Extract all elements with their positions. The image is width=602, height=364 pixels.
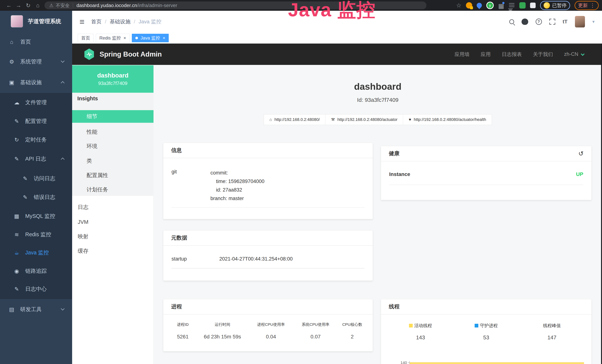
- log-icon: ✎: [22, 175, 29, 182]
- user-menu-caret-icon[interactable]: ▾: [592, 19, 595, 24]
- instance-header[interactable]: dashboard 93a3fc7f7409: [72, 65, 153, 93]
- breadcrumb-infra[interactable]: 基础设施: [110, 18, 130, 25]
- collapse-sidebar-icon[interactable]: ≡: [80, 17, 85, 27]
- sba-brand-title[interactable]: Spring Boot Admin: [100, 50, 162, 58]
- green-extension-icon[interactable]: [519, 2, 526, 9]
- tab-redis-monitor[interactable]: Redis 监控 ×: [96, 34, 129, 42]
- sidebar-item-redis[interactable]: ≋ Redis 监控: [0, 229, 72, 240]
- breadcrumb-home[interactable]: 首页: [91, 18, 102, 25]
- sba-nav-wallboard[interactable]: 应用墙: [454, 51, 469, 58]
- sidebar-item-label: 研发工具: [20, 306, 42, 313]
- y-extension-icon[interactable]: y: [486, 2, 494, 9]
- sidebar-item-trace[interactable]: ◉ 链路追踪: [0, 266, 72, 276]
- update-button[interactable]: 更新 ⋮: [575, 1, 599, 10]
- process-cpu: 0.04: [248, 327, 294, 340]
- history-icon[interactable]: ↺: [579, 150, 584, 157]
- instance-menu-details[interactable]: 细节: [72, 110, 153, 123]
- daemon-threads-value: 53: [453, 329, 519, 341]
- avatar[interactable]: [575, 16, 585, 27]
- sba-nav-language[interactable]: zh-CN: [564, 51, 583, 57]
- bookmark-star-icon[interactable]: ☆: [456, 2, 462, 9]
- monitor-icon: ▣: [8, 79, 15, 86]
- extension-icon[interactable]: [466, 2, 472, 9]
- git-time-line: time: 1596289704000: [210, 177, 264, 186]
- sidebar-item-infra[interactable]: ▣ 基础设施: [0, 77, 72, 88]
- font-size-icon[interactable]: tT: [563, 19, 568, 25]
- actuator-url-button[interactable]: ⚒ http://192.168.0.2:48080/actuator: [326, 114, 403, 125]
- tab-home[interactable]: 首页: [78, 34, 94, 42]
- live-threads-value: 143: [388, 329, 453, 341]
- address-divider: [73, 3, 73, 8]
- instance-name: dashboard: [97, 72, 129, 79]
- chevron-down-icon: [581, 52, 585, 56]
- close-icon[interactable]: ×: [123, 35, 126, 41]
- forward-icon[interactable]: →: [14, 2, 23, 9]
- help-icon[interactable]: ?: [536, 19, 542, 25]
- back-icon[interactable]: ←: [4, 2, 14, 9]
- search-icon[interactable]: [509, 19, 514, 24]
- grid-extension-icon[interactable]: ▦: [498, 2, 504, 9]
- sidebar-item-api-log[interactable]: ✎ API 日志: [0, 154, 72, 164]
- instance-menu-caches[interactable]: 缓存: [72, 245, 153, 257]
- instance-menu-metrics[interactable]: 性能: [72, 126, 153, 138]
- instance-menu-scheduled-tasks[interactable]: 计划任务: [72, 183, 153, 196]
- sidebar-item-label: 文件管理: [25, 99, 47, 106]
- instance-id: 93a3fc7f7409: [98, 80, 128, 86]
- service-url-button[interactable]: ⌂ http://192.168.0.2:48080/: [264, 114, 326, 125]
- url-path[interactable]: /infra/admin-server: [137, 3, 177, 8]
- paused-badge[interactable]: 已暂停: [540, 1, 570, 10]
- sidebar-item-access-log[interactable]: ✎ 访问日志: [0, 173, 72, 184]
- breadcrumb-separator: /: [134, 19, 135, 25]
- legend-label: 守护进程: [480, 323, 498, 329]
- app-brand[interactable]: 芋道管理系统: [11, 15, 61, 27]
- sidebar-item-java[interactable]: ☕ Java 监控: [0, 247, 72, 258]
- sidebar-item-dev-tools[interactable]: ▤ 研发工具: [0, 304, 72, 315]
- instance-menu-config-props[interactable]: 配置属性: [72, 169, 153, 182]
- sidebar-item-error-log[interactable]: ✎ 错误日志: [0, 192, 72, 203]
- not-secure-label[interactable]: 不安全: [56, 2, 70, 9]
- instance-menu-jvm[interactable]: JVM: [72, 216, 153, 228]
- browser-menu-icon[interactable]: ⋮: [590, 2, 595, 9]
- fullscreen-icon[interactable]: [549, 19, 555, 25]
- github-icon[interactable]: [522, 19, 528, 25]
- java-icon: ☕: [13, 250, 20, 256]
- process-pid: 5261: [169, 327, 197, 340]
- sidebar-item-job[interactable]: ↻ 定时任务: [0, 135, 72, 145]
- close-icon[interactable]: ×: [163, 35, 165, 41]
- tab-java-monitor[interactable]: Java 监控 ×: [132, 34, 169, 42]
- y-tick-140: 140: [394, 361, 407, 364]
- sidebar-item-file[interactable]: ☁ 文件管理: [0, 97, 72, 108]
- reload-icon[interactable]: ↻: [23, 2, 33, 9]
- threads-legend: 活动线程 守护进程 线程峰值 143 53 147: [388, 323, 585, 341]
- app-logo: [11, 15, 23, 27]
- sidebar-item-config[interactable]: ✎ 配置管理: [0, 116, 72, 127]
- instance-health-row[interactable]: Instance UP: [389, 171, 583, 185]
- sidebar-item-home[interactable]: ⌂ 首页: [0, 37, 72, 47]
- git-branch-line: branch: master: [210, 194, 264, 203]
- health-card-header: 健康 ↺: [381, 146, 591, 161]
- breadcrumb: 首页 / 基础设施 / Java 监控: [91, 18, 161, 25]
- log-icon: ✎: [13, 156, 20, 162]
- sba-nav-about[interactable]: 关于我们: [533, 51, 553, 58]
- browser-home-icon[interactable]: ⌂: [33, 2, 43, 9]
- list-extension-icon[interactable]: on: [509, 2, 515, 9]
- instance-menu-logs[interactable]: 日志: [72, 201, 153, 214]
- on-badge: on: [508, 8, 513, 9]
- instance-menu-mappings[interactable]: 映射: [72, 230, 153, 243]
- paused-label: 已暂停: [552, 2, 567, 9]
- briefcase-icon: ▤: [8, 306, 15, 313]
- card-title: 信息: [171, 147, 182, 154]
- sba-nav-applications[interactable]: 应用: [481, 51, 491, 58]
- pin-extension-icon[interactable]: [475, 2, 483, 9]
- health-url-button[interactable]: ♥ http://192.168.0.2:48080/actuator/heal…: [403, 114, 492, 125]
- instance-menu-classes[interactable]: 类: [72, 155, 153, 167]
- sidebar-item-system[interactable]: ⚙ 系统管理: [0, 57, 72, 67]
- puzzle-extension-icon[interactable]: [530, 3, 536, 8]
- instance-menu-environment[interactable]: 环境: [72, 140, 153, 153]
- sidebar-item-mysql[interactable]: ▦ MySQL 监控: [0, 211, 72, 221]
- sidebar-item-log-center[interactable]: ✎ 日志中心: [0, 284, 72, 294]
- cloud-icon: ☁: [13, 99, 20, 106]
- url-host[interactable]: dashboard.yudao.iocoder.cn: [76, 3, 137, 8]
- status-badge: UP: [576, 171, 583, 177]
- sba-nav-journal[interactable]: 日志报表: [502, 51, 522, 58]
